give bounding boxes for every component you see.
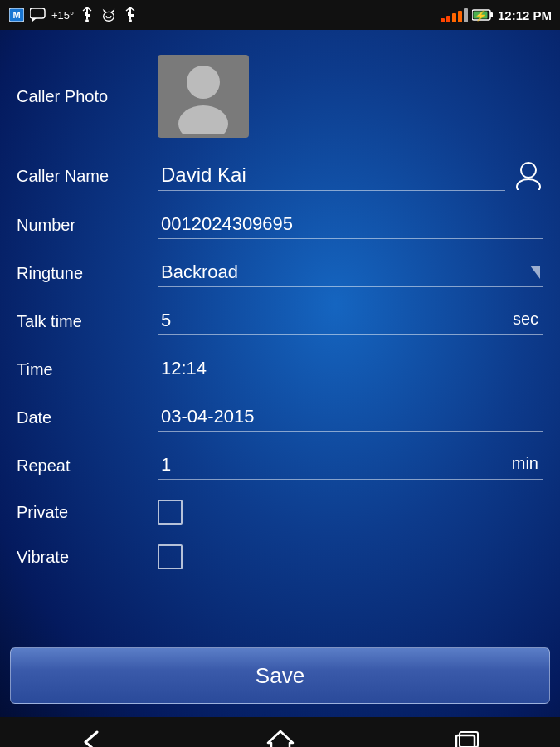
status-left-icons: M +15° xyxy=(8,7,139,23)
home-icon xyxy=(266,730,295,747)
repeat-value: 1 xyxy=(158,452,512,479)
svg-point-27 xyxy=(178,105,228,134)
date-label: Date xyxy=(17,408,158,427)
svg-rect-8 xyxy=(88,14,90,17)
talk-time-row: Talk time 5 sec xyxy=(17,295,543,344)
private-row: Private xyxy=(17,488,543,533)
caller-photo[interactable] xyxy=(158,55,249,138)
app-container: Caller Photo Caller Name David Kai xyxy=(0,30,560,717)
status-right-icons: ⚡ 12:12 PM xyxy=(441,8,552,22)
usb2-icon xyxy=(122,7,139,23)
svg-point-21 xyxy=(129,19,132,22)
nav-bar xyxy=(0,717,560,747)
temperature-label: +15° xyxy=(51,9,74,22)
time-value[interactable]: 12:14 xyxy=(158,355,543,383)
svg-point-26 xyxy=(187,66,220,99)
time-label: Time xyxy=(17,360,158,379)
talk-time-label: Talk time xyxy=(17,312,158,331)
talk-time-unit: sec xyxy=(513,310,543,332)
status-bar: M +15° xyxy=(0,0,560,30)
message-icon xyxy=(30,7,46,23)
private-checkbox[interactable] xyxy=(158,500,183,525)
private-label: Private xyxy=(17,503,158,522)
talk-time-field[interactable]: 5 sec xyxy=(158,307,543,335)
recent-icon xyxy=(455,730,480,747)
svg-point-29 xyxy=(517,179,540,190)
ringtone-value: Backroad xyxy=(158,260,530,286)
repeat-field[interactable]: 1 min xyxy=(158,452,543,480)
ringtone-row: Ringtune Backroad xyxy=(17,247,543,295)
save-button[interactable]: Save xyxy=(10,647,550,704)
dropdown-arrow-icon xyxy=(530,266,540,279)
caller-name-value[interactable]: David Kai xyxy=(158,162,505,191)
save-button-container: Save xyxy=(0,634,560,717)
svg-marker-12 xyxy=(111,9,115,13)
back-button[interactable] xyxy=(69,725,119,747)
m-icon: M xyxy=(8,7,25,23)
ringtone-label: Ringtune xyxy=(17,264,158,283)
back-icon xyxy=(79,730,109,747)
contact-icon[interactable] xyxy=(514,161,543,191)
svg-rect-20 xyxy=(131,14,134,17)
caller-photo-row: Caller Photo xyxy=(17,46,543,149)
number-value[interactable]: 0012024309695 xyxy=(158,211,543,239)
usb-icon xyxy=(79,7,95,23)
person-silhouette xyxy=(170,59,236,134)
svg-rect-2 xyxy=(30,8,45,18)
number-label: Number xyxy=(17,216,158,235)
vibrate-row: Vibrate xyxy=(17,533,543,578)
vibrate-checkbox[interactable] xyxy=(158,544,183,569)
ringtone-field[interactable]: Backroad xyxy=(158,259,543,287)
status-time: 12:12 PM xyxy=(498,8,552,22)
home-button[interactable] xyxy=(256,725,305,747)
form-area: Caller Photo Caller Name David Kai xyxy=(0,30,560,634)
svg-point-13 xyxy=(106,16,108,17)
caller-name-label: Caller Name xyxy=(17,167,158,186)
signal-icon xyxy=(441,8,468,22)
svg-point-14 xyxy=(110,16,112,17)
caller-photo-label: Caller Photo xyxy=(17,87,158,106)
svg-rect-19 xyxy=(128,12,130,16)
repeat-row: Repeat 1 min xyxy=(17,440,543,488)
cat-icon xyxy=(100,7,117,23)
repeat-unit: min xyxy=(512,454,543,476)
date-value[interactable]: 03-04-2015 xyxy=(158,403,543,432)
caller-name-row: Caller Name David Kai xyxy=(17,149,543,199)
svg-text:⚡: ⚡ xyxy=(474,9,486,22)
svg-text:M: M xyxy=(12,10,20,20)
date-row: Date 03-04-2015 xyxy=(17,392,543,440)
repeat-label: Repeat xyxy=(17,456,158,476)
svg-point-28 xyxy=(521,163,536,178)
svg-marker-30 xyxy=(268,731,293,747)
svg-point-9 xyxy=(85,19,89,22)
svg-marker-11 xyxy=(103,9,107,13)
svg-rect-7 xyxy=(85,12,87,16)
recent-apps-button[interactable] xyxy=(442,725,492,747)
battery-icon: ⚡ xyxy=(472,8,494,22)
svg-point-10 xyxy=(104,12,114,21)
number-row: Number 0012024309695 xyxy=(17,199,543,247)
time-row: Time 12:14 xyxy=(17,344,543,392)
talk-time-value: 5 xyxy=(158,308,513,334)
svg-rect-23 xyxy=(490,12,493,17)
vibrate-label: Vibrate xyxy=(17,548,158,567)
